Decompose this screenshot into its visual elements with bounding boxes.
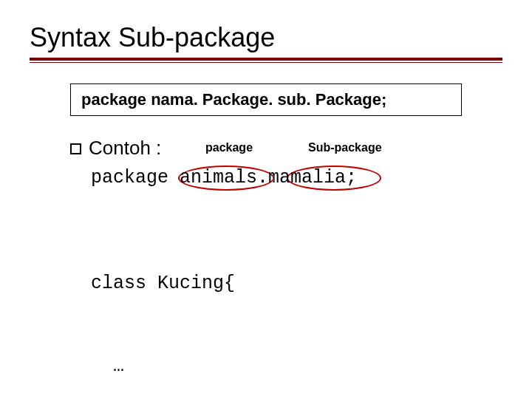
- annotation-subpackage: Sub-package: [308, 141, 382, 154]
- code-class-open: class Kucing{: [91, 270, 502, 298]
- code-package-line: package animals.mamalia;: [91, 164, 502, 192]
- example-label: Contoh :: [89, 137, 161, 160]
- slide-title: Syntax Sub-package: [30, 22, 502, 53]
- annotation-package: package: [205, 141, 253, 154]
- title-underline: [30, 58, 502, 63]
- code-class-body: …: [91, 352, 502, 381]
- syntax-box: package nama. Package. sub. Package;: [70, 83, 462, 116]
- bullet-icon: [70, 143, 81, 154]
- code-example: package animals.mamalia; class Kucing{ ……: [91, 164, 502, 399]
